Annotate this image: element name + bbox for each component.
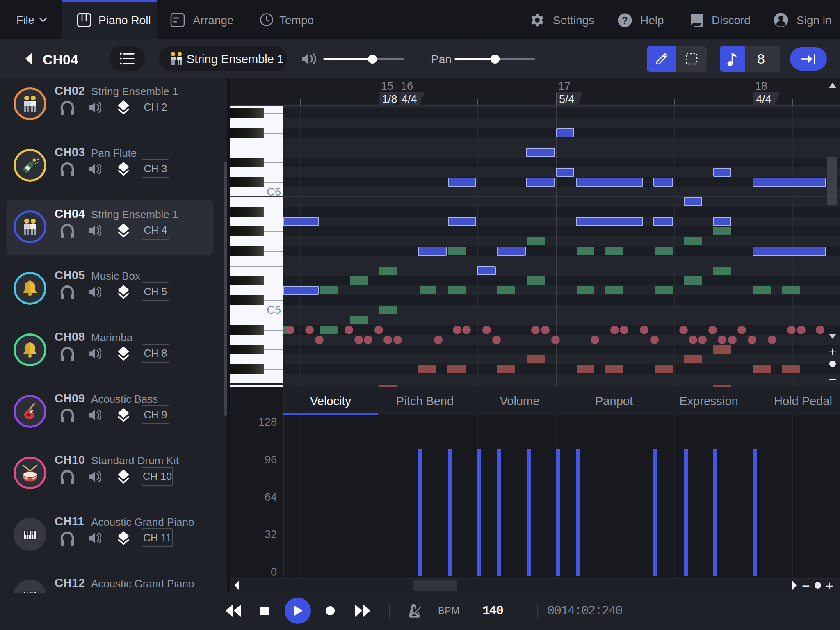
svg-text:?: ?: [622, 15, 628, 26]
